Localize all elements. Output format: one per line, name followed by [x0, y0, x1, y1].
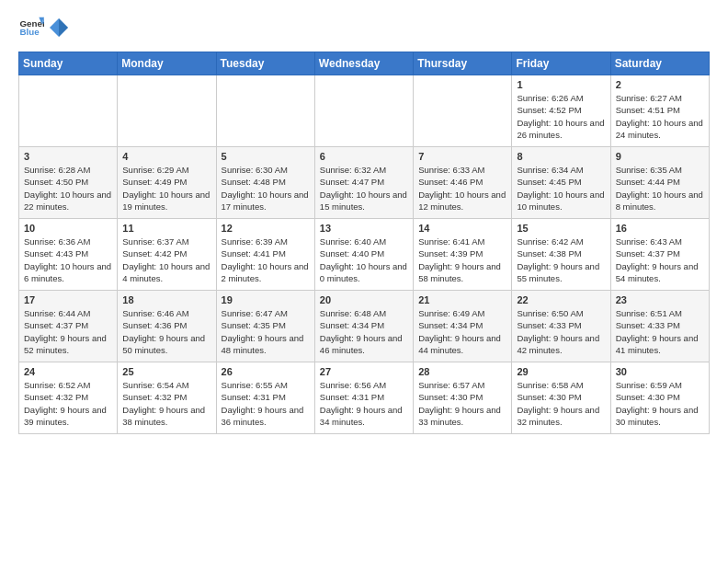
day-cell-7: 7Sunrise: 6:33 AMSunset: 4:46 PMDaylight… [414, 147, 512, 219]
day-cell-4: 4Sunrise: 6:29 AMSunset: 4:49 PMDaylight… [118, 147, 216, 219]
page-container: General Blue [0, 0, 728, 443]
logo: General Blue [18, 15, 68, 40]
day-cell-17: 17Sunrise: 6:44 AMSunset: 4:37 PMDayligh… [19, 291, 118, 362]
day-number: 8 [517, 151, 605, 162]
day-cell-22: 22Sunrise: 6:50 AMSunset: 4:33 PMDayligh… [512, 291, 610, 362]
day-cell-empty [314, 75, 413, 147]
day-number: 12 [222, 223, 310, 234]
day-info: Sunrise: 6:34 AMSunset: 4:45 PMDaylight:… [517, 164, 605, 213]
day-cell-15: 15Sunrise: 6:42 AMSunset: 4:38 PMDayligh… [512, 219, 610, 291]
day-info: Sunrise: 6:29 AMSunset: 4:49 PMDaylight:… [122, 164, 210, 213]
calendar-table: SundayMondayTuesdayWednesdayThursdayFrid… [18, 52, 710, 434]
day-cell-19: 19Sunrise: 6:47 AMSunset: 4:35 PMDayligh… [216, 291, 314, 362]
header-row: SundayMondayTuesdayWednesdayThursdayFrid… [19, 52, 710, 75]
day-number: 22 [517, 294, 605, 305]
header-cell-monday: Monday [118, 52, 216, 75]
day-info: Sunrise: 6:32 AMSunset: 4:47 PMDaylight:… [320, 164, 408, 213]
svg-marker-5 [59, 18, 68, 37]
week-row-4: 24Sunrise: 6:52 AMSunset: 4:32 PMDayligh… [19, 362, 710, 434]
logo-icon: General Blue [18, 15, 44, 40]
day-info: Sunrise: 6:48 AMSunset: 4:34 PMDaylight:… [320, 307, 408, 356]
day-number: 19 [222, 294, 310, 305]
day-cell-empty [118, 75, 216, 147]
day-cell-16: 16Sunrise: 6:43 AMSunset: 4:37 PMDayligh… [610, 219, 709, 291]
day-number: 16 [616, 223, 704, 234]
day-info: Sunrise: 6:28 AMSunset: 4:50 PMDaylight:… [24, 164, 112, 213]
header-cell-thursday: Thursday [414, 52, 512, 75]
day-number: 2 [616, 79, 704, 90]
day-number: 26 [222, 366, 310, 377]
day-number: 13 [320, 223, 408, 234]
day-cell-2: 2Sunrise: 6:27 AMSunset: 4:51 PMDaylight… [610, 75, 709, 147]
day-cell-20: 20Sunrise: 6:48 AMSunset: 4:34 PMDayligh… [314, 291, 413, 362]
day-info: Sunrise: 6:27 AMSunset: 4:51 PMDaylight:… [616, 92, 704, 141]
day-info: Sunrise: 6:26 AMSunset: 4:52 PMDaylight:… [517, 92, 605, 141]
day-info: Sunrise: 6:59 AMSunset: 4:30 PMDaylight:… [616, 379, 704, 428]
day-cell-29: 29Sunrise: 6:58 AMSunset: 4:30 PMDayligh… [512, 362, 610, 434]
day-info: Sunrise: 6:35 AMSunset: 4:44 PMDaylight:… [616, 164, 704, 213]
calendar-body: 1Sunrise: 6:26 AMSunset: 4:52 PMDaylight… [19, 75, 710, 434]
header-cell-saturday: Saturday [610, 52, 709, 75]
day-info: Sunrise: 6:49 AMSunset: 4:34 PMDaylight:… [418, 307, 506, 356]
day-cell-13: 13Sunrise: 6:40 AMSunset: 4:40 PMDayligh… [314, 219, 413, 291]
day-info: Sunrise: 6:52 AMSunset: 4:32 PMDaylight:… [24, 379, 112, 428]
day-number: 7 [418, 151, 506, 162]
day-cell-30: 30Sunrise: 6:59 AMSunset: 4:30 PMDayligh… [610, 362, 709, 434]
day-number: 3 [24, 151, 112, 162]
day-cell-24: 24Sunrise: 6:52 AMSunset: 4:32 PMDayligh… [19, 362, 118, 434]
week-row-1: 3Sunrise: 6:28 AMSunset: 4:50 PMDaylight… [19, 147, 710, 219]
day-number: 6 [320, 151, 408, 162]
day-number: 10 [24, 223, 112, 234]
day-cell-21: 21Sunrise: 6:49 AMSunset: 4:34 PMDayligh… [414, 291, 512, 362]
day-info: Sunrise: 6:30 AMSunset: 4:48 PMDaylight:… [222, 164, 310, 213]
header-cell-friday: Friday [512, 52, 610, 75]
day-number: 27 [320, 366, 408, 377]
day-info: Sunrise: 6:56 AMSunset: 4:31 PMDaylight:… [320, 379, 408, 428]
header-cell-wednesday: Wednesday [314, 52, 413, 75]
day-number: 20 [320, 294, 408, 305]
day-cell-28: 28Sunrise: 6:57 AMSunset: 4:30 PMDayligh… [414, 362, 512, 434]
day-cell-8: 8Sunrise: 6:34 AMSunset: 4:45 PMDaylight… [512, 147, 610, 219]
header-cell-tuesday: Tuesday [216, 52, 314, 75]
day-info: Sunrise: 6:55 AMSunset: 4:31 PMDaylight:… [222, 379, 310, 428]
svg-text:Blue: Blue [19, 27, 40, 37]
day-info: Sunrise: 6:58 AMSunset: 4:30 PMDaylight:… [517, 379, 605, 428]
day-cell-27: 27Sunrise: 6:56 AMSunset: 4:31 PMDayligh… [314, 362, 413, 434]
day-info: Sunrise: 6:41 AMSunset: 4:39 PMDaylight:… [418, 236, 506, 284]
day-cell-10: 10Sunrise: 6:36 AMSunset: 4:43 PMDayligh… [19, 219, 118, 291]
day-number: 17 [24, 294, 112, 305]
day-number: 29 [517, 366, 605, 377]
day-number: 25 [122, 366, 210, 377]
day-info: Sunrise: 6:46 AMSunset: 4:36 PMDaylight:… [122, 307, 210, 356]
day-number: 1 [517, 79, 605, 90]
day-info: Sunrise: 6:43 AMSunset: 4:37 PMDaylight:… [616, 236, 704, 284]
day-info: Sunrise: 6:37 AMSunset: 4:42 PMDaylight:… [122, 236, 210, 284]
day-number: 15 [517, 223, 605, 234]
day-info: Sunrise: 6:51 AMSunset: 4:33 PMDaylight:… [616, 307, 704, 356]
day-cell-empty [414, 75, 512, 147]
day-number: 5 [222, 151, 310, 162]
day-number: 21 [418, 294, 506, 305]
day-number: 24 [24, 366, 112, 377]
day-info: Sunrise: 6:42 AMSunset: 4:38 PMDaylight:… [517, 236, 605, 284]
day-info: Sunrise: 6:57 AMSunset: 4:30 PMDaylight:… [418, 379, 506, 428]
day-cell-6: 6Sunrise: 6:32 AMSunset: 4:47 PMDaylight… [314, 147, 413, 219]
day-cell-3: 3Sunrise: 6:28 AMSunset: 4:50 PMDaylight… [19, 147, 118, 219]
header: General Blue [18, 15, 710, 40]
day-number: 11 [122, 223, 210, 234]
day-cell-18: 18Sunrise: 6:46 AMSunset: 4:36 PMDayligh… [118, 291, 216, 362]
day-number: 9 [616, 151, 704, 162]
day-info: Sunrise: 6:40 AMSunset: 4:40 PMDaylight:… [320, 236, 408, 284]
calendar-header: SundayMondayTuesdayWednesdayThursdayFrid… [19, 52, 710, 75]
day-info: Sunrise: 6:36 AMSunset: 4:43 PMDaylight:… [24, 236, 112, 284]
day-cell-11: 11Sunrise: 6:37 AMSunset: 4:42 PMDayligh… [118, 219, 216, 291]
header-cell-sunday: Sunday [19, 52, 118, 75]
week-row-2: 10Sunrise: 6:36 AMSunset: 4:43 PMDayligh… [19, 219, 710, 291]
day-number: 23 [616, 294, 704, 305]
day-cell-1: 1Sunrise: 6:26 AMSunset: 4:52 PMDaylight… [512, 75, 610, 147]
day-cell-14: 14Sunrise: 6:41 AMSunset: 4:39 PMDayligh… [414, 219, 512, 291]
logo-triangle-icon [50, 18, 68, 37]
day-cell-23: 23Sunrise: 6:51 AMSunset: 4:33 PMDayligh… [610, 291, 709, 362]
day-cell-empty [216, 75, 314, 147]
day-number: 4 [122, 151, 210, 162]
